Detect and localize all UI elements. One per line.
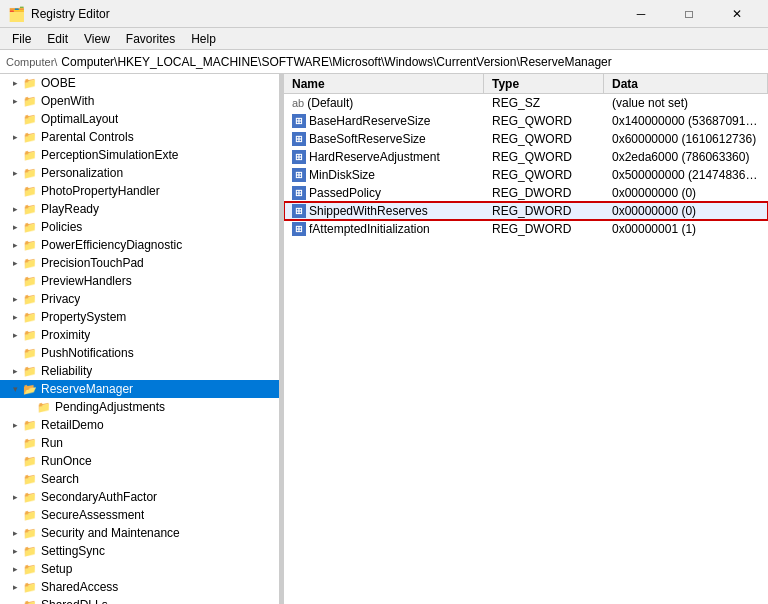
expand-arrow[interactable] [8, 292, 22, 306]
folder-icon [22, 598, 38, 604]
expand-arrow[interactable] [8, 490, 22, 504]
tree-item[interactable]: ReserveManager [0, 380, 279, 398]
expand-arrow[interactable] [8, 238, 22, 252]
registry-row[interactable]: ⊞HardReserveAdjustmentREG_QWORD0x2eda600… [284, 148, 768, 166]
tree-item[interactable]: Setup [0, 560, 279, 578]
folder-icon [22, 220, 38, 234]
folder-icon [22, 202, 38, 216]
tree-item[interactable]: OOBE [0, 74, 279, 92]
folder-icon [22, 76, 38, 90]
registry-row[interactable]: ⊞fAttemptedInitializationREG_DWORD0x0000… [284, 220, 768, 238]
tree-item-label: Policies [41, 220, 82, 234]
tree-item[interactable]: Privacy [0, 290, 279, 308]
menu-view[interactable]: View [76, 30, 118, 48]
reg-type-cell: REG_QWORD [484, 150, 604, 164]
tree-item[interactable]: SecureAssessment [0, 506, 279, 524]
tree-item-label: PhotoPropertyHandler [41, 184, 160, 198]
expand-arrow[interactable] [8, 364, 22, 378]
tree-item[interactable]: Reliability [0, 362, 279, 380]
tree-item[interactable]: PropertySystem [0, 308, 279, 326]
reg-data-cell: 0x00000000 (0) [604, 204, 768, 218]
reg-name-cell: ab(Default) [284, 96, 484, 110]
registry-row[interactable]: ⊞BaseSoftReserveSizeREG_QWORD0x60000000 … [284, 130, 768, 148]
tree-item-label: SettingSync [41, 544, 105, 558]
tree-item-label: PushNotifications [41, 346, 134, 360]
main-content: OOBEOpenWithOptimalLayoutParental Contro… [0, 74, 768, 604]
tree-item[interactable]: PendingAdjustments [0, 398, 279, 416]
expand-arrow[interactable] [8, 526, 22, 540]
expand-arrow[interactable] [8, 76, 22, 90]
data-panel[interactable]: ab(Default)REG_SZ(value not set)⊞BaseHar… [284, 94, 768, 604]
tree-panel[interactable]: OOBEOpenWithOptimalLayoutParental Contro… [0, 74, 280, 604]
expand-arrow[interactable] [8, 310, 22, 324]
tree-item[interactable]: Security and Maintenance [0, 524, 279, 542]
reg-type-cell: REG_QWORD [484, 168, 604, 182]
registry-row[interactable]: ⊞BaseHardReserveSizeREG_QWORD0x140000000… [284, 112, 768, 130]
tree-item[interactable]: PowerEfficiencyDiagnostic [0, 236, 279, 254]
tree-item[interactable]: OptimalLayout [0, 110, 279, 128]
menu-edit[interactable]: Edit [39, 30, 76, 48]
expand-arrow[interactable] [8, 544, 22, 558]
tree-item[interactable]: PrecisionTouchPad [0, 254, 279, 272]
col-header-type[interactable]: Type [484, 74, 604, 93]
expand-arrow[interactable] [8, 256, 22, 270]
tree-item[interactable]: PlayReady [0, 200, 279, 218]
tree-item[interactable]: SharedAccess [0, 578, 279, 596]
tree-item[interactable]: PreviewHandlers [0, 272, 279, 290]
tree-item[interactable]: Parental Controls [0, 128, 279, 146]
expand-arrow[interactable] [8, 202, 22, 216]
tree-item[interactable]: PerceptionSimulationExte [0, 146, 279, 164]
menu-file[interactable]: File [4, 30, 39, 48]
folder-icon [22, 472, 38, 486]
tree-item-label: PrecisionTouchPad [41, 256, 144, 270]
minimize-button[interactable]: ─ [618, 0, 664, 28]
tree-item[interactable]: Run [0, 434, 279, 452]
tree-item[interactable]: Personalization [0, 164, 279, 182]
menu-bar: File Edit View Favorites Help [0, 28, 768, 50]
registry-row[interactable]: ⊞ShippedWithReservesREG_DWORD0x00000000 … [284, 202, 768, 220]
maximize-button[interactable]: □ [666, 0, 712, 28]
tree-item-label: SecureAssessment [41, 508, 144, 522]
tree-item-label: OpenWith [41, 94, 94, 108]
tree-item[interactable]: RetailDemo [0, 416, 279, 434]
expand-arrow[interactable] [8, 220, 22, 234]
expand-arrow[interactable] [8, 418, 22, 432]
menu-help[interactable]: Help [183, 30, 224, 48]
menu-favorites[interactable]: Favorites [118, 30, 183, 48]
expand-arrow[interactable] [8, 580, 22, 594]
close-button[interactable]: ✕ [714, 0, 760, 28]
tree-item[interactable]: SecondaryAuthFactor [0, 488, 279, 506]
expand-arrow[interactable] [8, 166, 22, 180]
col-header-name[interactable]: Name [284, 74, 484, 93]
tree-item-label: PreviewHandlers [41, 274, 132, 288]
tree-item[interactable]: SettingSync [0, 542, 279, 560]
folder-icon [36, 400, 52, 414]
tree-item-label: Setup [41, 562, 72, 576]
tree-item-label: Reliability [41, 364, 92, 378]
tree-item[interactable]: Search [0, 470, 279, 488]
tree-item[interactable]: PushNotifications [0, 344, 279, 362]
tree-item[interactable]: PhotoPropertyHandler [0, 182, 279, 200]
address-bar: Computer\ Computer\HKEY_LOCAL_MACHINE\SO… [0, 50, 768, 74]
expand-arrow[interactable] [8, 562, 22, 576]
reg-data-cell: 0x500000000 (21474836480) [604, 168, 768, 182]
tree-item[interactable]: Proximity [0, 326, 279, 344]
reg-name-cell: ⊞PassedPolicy [284, 186, 484, 200]
expand-arrow[interactable] [8, 130, 22, 144]
tree-item[interactable]: RunOnce [0, 452, 279, 470]
registry-row[interactable]: ⊞MinDiskSizeREG_QWORD0x500000000 (214748… [284, 166, 768, 184]
expand-arrow[interactable] [8, 94, 22, 108]
expand-arrow[interactable] [8, 328, 22, 342]
address-path[interactable]: Computer\HKEY_LOCAL_MACHINE\SOFTWARE\Mic… [61, 55, 611, 69]
expand-arrow[interactable] [8, 382, 22, 396]
reg-binary-icon: ⊞ [292, 114, 306, 128]
col-header-data[interactable]: Data [604, 74, 768, 93]
registry-row[interactable]: ab(Default)REG_SZ(value not set) [284, 94, 768, 112]
tree-item[interactable]: SharedDLLs [0, 596, 279, 604]
registry-row[interactable]: ⊞PassedPolicyREG_DWORD0x00000000 (0) [284, 184, 768, 202]
reg-name-cell: ⊞MinDiskSize [284, 168, 484, 182]
reg-name-cell: ⊞BaseSoftReserveSize [284, 132, 484, 146]
tree-item[interactable]: OpenWith [0, 92, 279, 110]
tree-item[interactable]: Policies [0, 218, 279, 236]
folder-icon [22, 256, 38, 270]
